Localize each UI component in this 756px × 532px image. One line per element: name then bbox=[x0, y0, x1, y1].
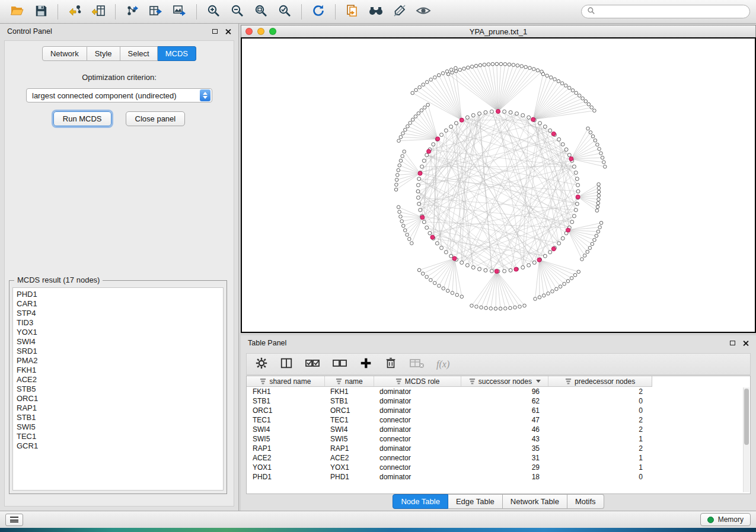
network-node[interactable] bbox=[494, 307, 497, 310]
zoom-fit-button[interactable] bbox=[250, 2, 272, 21]
network-node[interactable] bbox=[422, 83, 425, 86]
network-node[interactable] bbox=[518, 305, 522, 309]
network-node[interactable] bbox=[470, 65, 474, 69]
network-node[interactable] bbox=[403, 229, 407, 232]
table-row[interactable]: RAP1RAP1dominator352 bbox=[247, 444, 750, 453]
network-node[interactable] bbox=[587, 102, 591, 106]
table-row[interactable]: PHD1PHD1dominator180 bbox=[247, 472, 750, 482]
close-panel-button[interactable]: Close panel bbox=[126, 111, 186, 126]
mcds-hub-node[interactable] bbox=[420, 215, 425, 219]
column-header-predecessor-nodes[interactable]: predecessor nodes bbox=[548, 376, 652, 386]
network-node[interactable] bbox=[536, 69, 540, 72]
network-node[interactable] bbox=[404, 128, 407, 132]
function-builder-button[interactable]: f(x) bbox=[436, 359, 449, 370]
network-node[interactable] bbox=[570, 277, 573, 280]
network-node[interactable] bbox=[398, 164, 401, 167]
network-node[interactable] bbox=[475, 305, 479, 309]
network-node[interactable] bbox=[597, 198, 601, 201]
network-node[interactable] bbox=[416, 190, 420, 193]
network-node[interactable] bbox=[595, 209, 599, 213]
network-node[interactable] bbox=[581, 97, 585, 100]
network-node[interactable] bbox=[549, 76, 553, 79]
network-node[interactable] bbox=[440, 246, 444, 249]
network-node[interactable] bbox=[471, 114, 475, 117]
network-node[interactable] bbox=[595, 234, 598, 238]
network-node[interactable] bbox=[576, 190, 580, 193]
network-node[interactable] bbox=[397, 206, 400, 209]
network-node[interactable] bbox=[557, 137, 561, 141]
network-node[interactable] bbox=[532, 261, 536, 264]
table-row[interactable]: FKH1FKH1dominator962 bbox=[247, 387, 750, 396]
network-node[interactable] bbox=[566, 280, 570, 283]
table-row[interactable]: STB1STB1dominator620 bbox=[247, 396, 750, 406]
network-node[interactable] bbox=[547, 292, 550, 296]
mcds-hub-node[interactable] bbox=[569, 157, 573, 161]
mcds-result-item[interactable]: FKH1 bbox=[17, 366, 219, 375]
run-mcds-button[interactable]: Run MCDS bbox=[53, 111, 111, 126]
network-node[interactable] bbox=[449, 254, 453, 258]
network-node[interactable] bbox=[598, 148, 601, 151]
network-node[interactable] bbox=[523, 304, 527, 307]
mcds-hub-node[interactable] bbox=[551, 132, 556, 136]
network-node[interactable] bbox=[465, 264, 469, 267]
network-node[interactable] bbox=[563, 282, 566, 286]
network-node[interactable] bbox=[403, 150, 406, 153]
network-node[interactable] bbox=[429, 78, 433, 82]
network-node[interactable] bbox=[577, 270, 580, 274]
network-node[interactable] bbox=[564, 84, 567, 88]
network-node[interactable] bbox=[397, 168, 400, 172]
mcds-hub-node[interactable] bbox=[436, 137, 440, 141]
network-node[interactable] bbox=[548, 251, 552, 254]
network-node[interactable] bbox=[601, 156, 604, 159]
network-node[interactable] bbox=[432, 143, 435, 146]
network-node[interactable] bbox=[487, 63, 490, 66]
network-node[interactable] bbox=[499, 62, 503, 66]
mcds-result-item[interactable]: GCR1 bbox=[17, 441, 219, 451]
network-node[interactable] bbox=[420, 109, 423, 113]
mcds-hub-node[interactable] bbox=[566, 228, 570, 232]
network-node[interactable] bbox=[428, 232, 432, 235]
network-node[interactable] bbox=[503, 307, 507, 310]
table-row[interactable]: YOX1YOX1connector291 bbox=[247, 463, 750, 472]
network-node[interactable] bbox=[508, 63, 511, 66]
network-node[interactable] bbox=[509, 306, 512, 310]
network-node[interactable] bbox=[455, 293, 459, 297]
column-header-successor-nodes[interactable]: successor nodes bbox=[461, 376, 548, 386]
network-node[interactable] bbox=[471, 265, 475, 269]
node-table[interactable]: shared name name MCDS role successor nod… bbox=[246, 376, 751, 494]
mcds-hub-node[interactable] bbox=[430, 235, 435, 239]
network-node[interactable] bbox=[441, 72, 445, 75]
network-node[interactable] bbox=[470, 304, 474, 307]
network-node[interactable] bbox=[596, 143, 599, 146]
mcds-result-item[interactable]: CAR1 bbox=[17, 299, 219, 309]
network-node[interactable] bbox=[401, 224, 405, 227]
tab-motifs[interactable]: Motifs bbox=[567, 494, 604, 509]
export-network-button[interactable] bbox=[121, 2, 143, 21]
network-node[interactable] bbox=[584, 100, 588, 103]
network-node[interactable] bbox=[557, 242, 561, 245]
delete-column-button[interactable] bbox=[384, 357, 397, 371]
memory-button[interactable]: Memory bbox=[700, 513, 751, 526]
network-node[interactable] bbox=[513, 306, 517, 309]
zoom-selected-button[interactable] bbox=[273, 2, 296, 21]
network-node[interactable] bbox=[527, 264, 531, 267]
network-node[interactable] bbox=[516, 64, 519, 68]
network-node[interactable] bbox=[591, 242, 594, 246]
tab-edge-table[interactable]: Edge Table bbox=[448, 494, 503, 509]
network-node[interactable] bbox=[466, 66, 470, 69]
network-node[interactable] bbox=[580, 258, 584, 261]
network-node[interactable] bbox=[442, 287, 445, 290]
mcds-hub-node[interactable] bbox=[418, 171, 422, 175]
network-node[interactable] bbox=[399, 215, 403, 219]
network-node[interactable] bbox=[449, 68, 453, 72]
export-image-button[interactable] bbox=[168, 2, 191, 21]
network-node[interactable] bbox=[578, 94, 581, 98]
network-canvas[interactable] bbox=[241, 37, 756, 333]
network-node[interactable] bbox=[572, 165, 576, 168]
network-node[interactable] bbox=[460, 295, 464, 299]
network-node[interactable] bbox=[521, 265, 525, 269]
mcds-result-item[interactable]: PMA2 bbox=[17, 356, 219, 366]
table-row[interactable]: ACE2ACE2connector311 bbox=[247, 453, 750, 463]
network-node[interactable] bbox=[596, 201, 600, 205]
refresh-button[interactable] bbox=[307, 2, 330, 21]
